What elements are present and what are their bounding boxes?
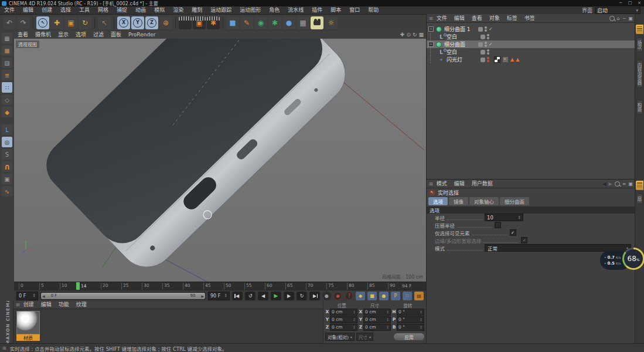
om-menu-objects[interactable]: 对象: [486, 14, 503, 22]
phone-model[interactable]: [36, 39, 357, 279]
visibility-dots[interactable]: [487, 34, 489, 39]
range-start-field[interactable]: 0 F ↕: [16, 292, 38, 300]
last-tool-button[interactable]: ↖: [98, 16, 111, 29]
undo-button[interactable]: ↶: [3, 16, 16, 29]
mat-menu-texture[interactable]: 纹理: [73, 301, 90, 309]
pos-z-field[interactable]: 0 cm↕: [330, 324, 357, 331]
tolerant-selection-checkbox[interactable]: ✓: [521, 237, 527, 243]
size-x-field[interactable]: 0 cm↕: [363, 309, 391, 316]
menu-plugins[interactable]: 插件: [308, 6, 326, 14]
menu-simulate[interactable]: 模拟: [150, 6, 169, 14]
record-objects-button[interactable]: ●: [322, 292, 331, 300]
timeline-range-slider[interactable]: ◀ 0 F 90 ▶: [40, 292, 206, 300]
transform-mode-dropdown[interactable]: 对象(相对) ▾: [325, 333, 355, 341]
material-preview-sphere[interactable]: [16, 311, 40, 334]
om-menu-bookmarks[interactable]: 书签: [521, 14, 539, 22]
enable-snap-button[interactable]: U: [2, 161, 12, 172]
enable-axis-button[interactable]: L: [2, 124, 12, 135]
layer-box[interactable]: [478, 27, 483, 32]
menu-edit[interactable]: 编辑: [19, 6, 38, 14]
history-back-icon[interactable]: ◀: [602, 181, 606, 187]
menu-mograph[interactable]: 运动图形: [236, 6, 265, 14]
previous-frame-button[interactable]: ◀: [258, 292, 268, 300]
enabled-check-icon[interactable]: ✓: [489, 26, 493, 32]
add-environment-button[interactable]: ●: [282, 16, 295, 29]
spinner-icon[interactable]: ↕: [353, 325, 356, 329]
apply-button[interactable]: 应用: [394, 333, 424, 340]
spinner-icon[interactable]: ↕: [420, 325, 422, 329]
spinner-icon[interactable]: ↕: [386, 325, 389, 329]
tab-layers[interactable]: 层: [636, 194, 643, 204]
search-icon[interactable]: [609, 16, 615, 21]
polygon-selection-tag-icon[interactable]: ▲: [516, 57, 519, 62]
menu-select[interactable]: 选择: [56, 6, 75, 14]
tab-objects-active[interactable]: [636, 25, 643, 34]
enabled-check-icon[interactable]: ✓: [489, 42, 493, 47]
object-name[interactable]: 细分曲面: [444, 40, 475, 48]
playhead-marker[interactable]: [76, 282, 80, 290]
rot-p-field[interactable]: 0 °↕: [397, 316, 424, 323]
spinner-icon[interactable]: ↕: [353, 317, 356, 321]
render-settings-button[interactable]: ▣: [193, 16, 206, 29]
menu-sculpt[interactable]: 雕刻: [188, 6, 206, 14]
goto-start-button[interactable]: ◀: [232, 292, 243, 300]
object-row-null2[interactable]: L 空白: [427, 48, 636, 56]
visibility-dots[interactable]: [485, 42, 487, 47]
vp-menu-filter[interactable]: 过滤: [90, 31, 107, 39]
menu-script[interactable]: 脚本: [326, 6, 345, 14]
move-button[interactable]: ✚: [50, 16, 63, 29]
object-row-sds1[interactable]: − 细分曲面 1 ✓: [427, 25, 636, 33]
add-spline-button[interactable]: ✎: [240, 16, 253, 29]
points-mode-button[interactable]: ∷: [2, 82, 12, 93]
goto-end-button[interactable]: ▶: [309, 292, 320, 300]
menu-mesh[interactable]: 网格: [94, 6, 113, 14]
loop-playback-button[interactable]: ↻: [297, 292, 307, 300]
render-view-button[interactable]: [179, 16, 192, 29]
radius-field[interactable]: 10 ↕: [485, 214, 523, 221]
autokey-button[interactable]: ◉: [333, 292, 342, 300]
add-light-button[interactable]: ☼: [325, 16, 338, 29]
size-z-field[interactable]: 0 cm↕: [363, 324, 391, 331]
add-deformer-button[interactable]: ✱: [268, 16, 281, 29]
object-name[interactable]: 空白: [447, 48, 477, 56]
layer-box[interactable]: [478, 42, 483, 47]
soft-selection-button[interactable]: S: [2, 149, 12, 160]
viewport-canvas[interactable]: 透视视图 网格间距 : 100 cm: [14, 39, 426, 282]
lock-workplane-button[interactable]: ▣: [2, 174, 12, 184]
layer-box[interactable]: [481, 35, 485, 39]
range-slider-handle[interactable]: ◀ 0 F 90 ▶: [41, 293, 205, 299]
add-cube-button[interactable]: ■: [226, 16, 239, 29]
texture-tag-icon[interactable]: [494, 56, 500, 63]
lock-z-axis-button[interactable]: Z: [145, 16, 158, 29]
size-y-field[interactable]: 0 cm↕: [363, 316, 391, 323]
object-row-sds2[interactable]: − 细分曲面 ✓: [427, 40, 636, 48]
list-icon[interactable]: ≡: [622, 181, 626, 187]
add-subdivision-surface-button[interactable]: ◉: [254, 16, 267, 29]
net-speed-overlay[interactable]: • 0.7 K/s • 0.5 K/s 68%: [600, 248, 644, 273]
range-end-field[interactable]: 90 F ↕: [208, 292, 230, 300]
coordinate-system-button[interactable]: ⊕: [159, 16, 172, 29]
keyframe-selection-button[interactable]: ?: [345, 292, 353, 300]
mini-timeline-button[interactable]: ▤: [414, 292, 424, 300]
object-row-null1[interactable]: L 空白: [427, 33, 636, 40]
vp-menu-panel[interactable]: 面板: [107, 31, 125, 39]
play-backwards-button[interactable]: ↺: [245, 292, 255, 300]
vp-menu-options[interactable]: 选项: [72, 31, 90, 39]
search-icon[interactable]: [615, 181, 620, 187]
rotate-view-icon[interactable]: ↻: [413, 32, 417, 38]
object-name[interactable]: 细分曲面 1: [444, 25, 475, 33]
pressure-radius-checkbox[interactable]: [495, 222, 501, 228]
om-menu-file[interactable]: 文件: [433, 14, 451, 22]
live-selection-button[interactable]: ↖: [36, 16, 49, 29]
record-rotation-toggle[interactable]: ●: [379, 292, 389, 300]
spinner-icon[interactable]: ↕: [386, 310, 389, 314]
slider-right-arrow-icon[interactable]: ▶: [200, 294, 205, 298]
rot-h-field[interactable]: 0 °↕: [397, 309, 424, 316]
rot-b-field[interactable]: 0 °↕: [397, 324, 424, 331]
pos-x-field[interactable]: 0 cm↕: [330, 309, 357, 316]
viewport-solo-button[interactable]: ◎: [2, 137, 12, 147]
tab-object-axis[interactable]: 对象轴心: [469, 197, 499, 205]
spinner-icon[interactable]: ↕: [517, 215, 521, 220]
maximize-button[interactable]: □: [625, 0, 635, 6]
layer-box[interactable]: [481, 57, 485, 62]
